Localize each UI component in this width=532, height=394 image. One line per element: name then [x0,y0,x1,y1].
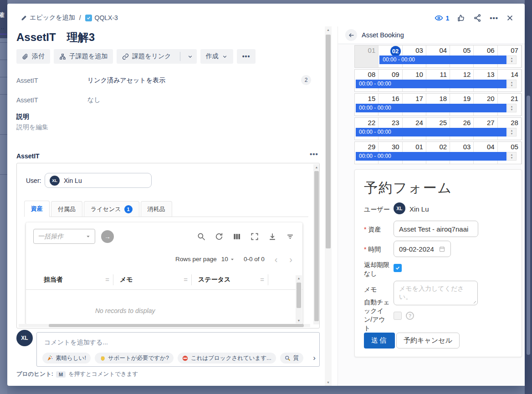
booking-time-bar[interactable]: 00:00 - 00:00 [356,80,506,88]
table-scrollbar[interactable]: ▲ ▼ [296,275,302,323]
add-child-issue-button[interactable]: 子課題を追加 [54,49,113,64]
booking-bar-spinner[interactable]: ▲▼ [507,128,517,136]
auto-checkinout-checkbox[interactable] [394,312,402,320]
license-count-badge: 1 [124,205,133,213]
table-toolbar: 一括操作 → [26,222,302,248]
tab-label: ライセンス [91,205,121,213]
columns-icon[interactable] [232,232,241,241]
asset-input[interactable]: Asset Test - airoq7naai [394,221,478,237]
tab-licenses[interactable]: ライセンス 1 [84,201,139,217]
booking-time-bar[interactable]: 00:00 - 00:00 [379,56,506,64]
search-icon[interactable] [197,232,206,241]
quick-reply-blocked[interactable]: これはブロックされています... [178,353,276,364]
column-resize-handle[interactable]: = [105,276,109,283]
cancel-booking-button[interactable]: 予約キャンセル [396,333,460,349]
main-scrollbar-thumb[interactable] [326,35,331,248]
asset-label: 資産 [364,225,390,234]
page-scrollbar-thumb[interactable] [527,96,530,355]
day-number: 21 [511,95,518,102]
resize-handle[interactable] [472,299,476,303]
day-number: 08 [368,71,376,78]
day-number: 03 [463,143,471,151]
day-number: 24 [415,119,423,126]
bulk-action-go-button[interactable]: → [101,230,114,243]
assetit-section-more-button[interactable]: ••• [310,150,318,158]
attach-button[interactable]: 添付 [16,49,50,64]
comment-placeholder[interactable]: コメントを追加する... [44,338,108,347]
time-input[interactable]: 09-02-2024 [394,241,451,257]
memo-textarea[interactable]: メモを入力してください。 [394,281,478,305]
booking-bar-spinner[interactable]: ▲▼ [507,80,517,88]
booking-bar-spinner[interactable]: ▲▼ [507,104,517,112]
day-number: 23 [392,119,399,126]
day-number: 28 [511,119,518,126]
column-resize-handle[interactable]: = [184,276,188,283]
user-select[interactable]: XL Xin Lu [45,173,152,188]
page-scrollbar[interactable] [525,0,532,394]
show-linked-assets-link[interactable]: リンク済みアセットを表示 [87,76,165,85]
backdrop-row-line [0,174,7,175]
more-actions-button[interactable]: ••• [490,14,498,22]
booking-time-bar[interactable]: 00:00 - 00:00 [356,152,506,161]
assetit-panel-hscrollbar[interactable] [19,324,310,327]
create-button[interactable]: 作成 [200,49,233,64]
column-header-assignee: 担当者 [44,276,63,284]
share-button[interactable] [473,14,482,22]
fullscreen-icon[interactable] [250,232,259,241]
comment-box[interactable]: コメントを追加する... 素晴らしい! サポートが必要ですか? [36,332,320,367]
like-button[interactable] [457,14,466,22]
day-number: 29 [368,143,376,151]
watchers-button[interactable]: 1 [435,14,449,22]
day-number: 12 [463,71,471,78]
asset-table-card: 一括操作 → [26,222,302,324]
link-issue-label: 課題をリンク [132,52,171,61]
rows-per-page-select[interactable]: 10 [221,256,235,263]
add-epic-button[interactable]: エピックを追加 [21,14,75,22]
calendar-icon[interactable] [439,246,445,253]
assetit-panel-scrollbar[interactable]: ▲ [313,164,320,324]
refresh-icon[interactable] [215,232,224,241]
booking-time-bar[interactable]: 00:00 - 00:00 [356,128,506,136]
pagination-range: 0-0 of 0 [244,256,265,263]
screen: 確 .. エピックを追加 / QQLX-3 [0,0,532,394]
link-issue-dropdown[interactable] [184,49,197,64]
day-number: 05 [463,46,471,54]
filter-icon[interactable] [286,232,295,241]
bulk-action-select[interactable]: 一括操作 [33,229,95,244]
prev-page-button[interactable]: ‹ [275,256,278,263]
issue-key-link[interactable]: QQLX-3 [85,14,118,21]
booking-bar-spinner[interactable]: ▲▼ [507,152,517,161]
pagination-row: Rows per page 10 0-0 of 0 ‹ › [26,248,302,263]
day-number: 30 [392,143,399,151]
issue-modal: エピックを追加 / QQLX-3 1 [7,4,525,386]
download-icon[interactable] [268,232,277,241]
back-button[interactable] [345,29,357,41]
next-page-button[interactable]: › [289,256,292,263]
main-content-scrollbar[interactable]: ▲ ▼ [325,26,332,386]
tab-assets[interactable]: 資産 [24,201,50,217]
description-edit-placeholder[interactable]: 説明を編集 [16,123,48,131]
booking-bar-spinner[interactable]: ▲▼ [507,56,517,64]
column-resize-handle[interactable]: = [260,276,264,283]
selected-day[interactable]: 02 [390,46,401,56]
quick-reply-question[interactable]: 質 [280,353,304,364]
link-issue-button[interactable]: 課題をリンク [117,49,196,64]
quick-reply-need-support[interactable]: サポートが必要ですか? [95,353,174,364]
help-icon[interactable]: ? [406,312,414,320]
quick-reply-looks-good[interactable]: 素晴らしい! [42,353,91,364]
close-icon [506,14,514,22]
close-button[interactable] [506,14,514,22]
booking-time-bar[interactable]: 00:00 - 00:00 [356,104,506,112]
toolbar-more-button[interactable]: ••• [237,49,256,64]
booking-panel-body: 0102030405060700:00 - 00:00▲▼08091011121… [338,44,525,386]
tab-consumables[interactable]: 消耗品 [141,201,172,217]
calendar-day[interactable]: 01 [355,45,379,67]
backdrop-tab-underline [0,34,7,35]
pills-scroll-right-button[interactable]: › [313,353,316,363]
tab-accessories[interactable]: 付属品 [51,201,82,217]
column-header-status: ステータス [198,276,230,284]
no-due-checkbox[interactable] [394,264,402,272]
field-label: AssetIT [16,96,87,104]
field-value[interactable]: なし [87,96,101,104]
submit-button[interactable]: 送信 [364,333,395,349]
